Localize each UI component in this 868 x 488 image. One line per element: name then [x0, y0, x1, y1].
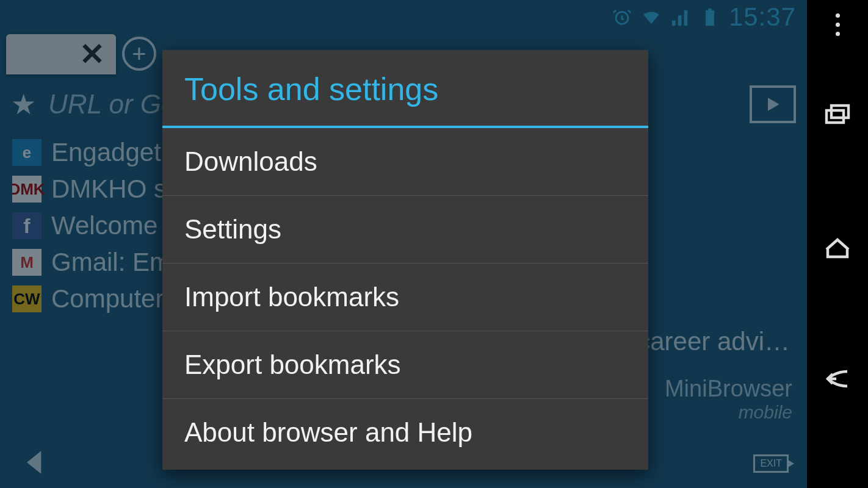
back-button[interactable] [820, 362, 855, 396]
tools-settings-dialog: Tools and settings Downloads Settings Im… [162, 50, 648, 470]
recents-button[interactable] [820, 98, 855, 132]
home-button[interactable] [820, 230, 855, 264]
menu-item-import-bookmarks[interactable]: Import bookmarks [162, 264, 648, 331]
menu-item-about[interactable]: About browser and Help [162, 399, 648, 470]
system-nav-bar [807, 0, 868, 488]
menu-item-downloads[interactable]: Downloads [162, 128, 648, 196]
device-frame: 15:37 ✕ + ★ URL or Go e Engadget [0, 0, 868, 488]
menu-item-export-bookmarks[interactable]: Export bookmarks [162, 331, 648, 399]
menu-item-settings[interactable]: Settings [162, 196, 648, 264]
dialog-header: Tools and settings [162, 50, 648, 128]
overflow-menu-icon[interactable] [825, 13, 850, 36]
screen: 15:37 ✕ + ★ URL or Go e Engadget [0, 0, 807, 488]
dialog-title: Tools and settings [184, 71, 626, 107]
